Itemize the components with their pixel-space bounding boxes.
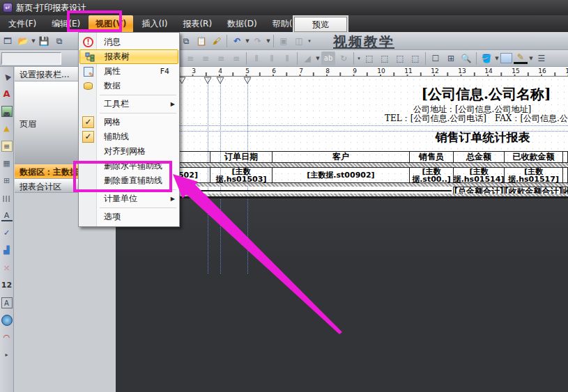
align-right-icon[interactable]: ≡: [214, 52, 228, 65]
header-cell-received[interactable]: 已收款金额: [504, 151, 563, 163]
header-cell-salesman[interactable]: 销售员: [409, 151, 454, 163]
header-cell-customer[interactable]: 客户: [272, 151, 410, 163]
format-painter-icon[interactable]: 🖌: [210, 34, 224, 48]
undo-icon[interactable]: ↶: [230, 34, 244, 48]
ruler-number: 10: [374, 68, 388, 75]
line-style-icon[interactable]: ☰: [535, 52, 548, 65]
crosstab-icon[interactable]: ⊞: [1, 175, 13, 187]
data-icon: [82, 80, 94, 92]
curve-icon[interactable]: ⤬: [1, 262, 13, 274]
font-color-dropdown-icon[interactable]: ▼: [315, 56, 321, 61]
redo-icon[interactable]: ↷: [251, 34, 265, 48]
group-icon[interactable]: ▣: [277, 34, 291, 48]
data-cell[interactable]: [主数据.hs01517]: [504, 167, 563, 183]
shape-icon[interactable]: ▲: [1, 123, 13, 134]
gauge-icon[interactable]: ◠: [1, 332, 13, 343]
textbox-icon[interactable]: A: [1, 297, 13, 308]
border-none-icon[interactable]: ⬚: [362, 52, 376, 65]
subreport-icon[interactable]: ≡: [1, 141, 13, 152]
menu-item-snap-to-grid[interactable]: 对齐到网格: [79, 144, 179, 159]
menu-item-options[interactable]: 选项: [79, 210, 179, 224]
menu-item-report-tree[interactable]: 报表树: [79, 49, 178, 64]
fill-color-icon[interactable]: 🪣: [479, 52, 493, 65]
barcode-icon[interactable]: |||: [1, 193, 13, 204]
menu-item-guides[interactable]: ✓ 辅助线: [79, 130, 179, 144]
align-left-icon[interactable]: ≡: [183, 52, 197, 65]
toolbar-overflow-icon[interactable]: ▾: [307, 38, 312, 44]
border-all-icon[interactable]: ⊞: [444, 52, 458, 65]
menu-file[interactable]: 文件(F): [1, 15, 43, 33]
fill-color-dropdown-icon[interactable]: ▼: [494, 56, 500, 61]
message-icon: !: [82, 36, 94, 48]
company-tel-fax-field[interactable]: TEL：[公司信息.公司电话] FAX：[公司信息.公司: [385, 113, 568, 125]
header-cell-clipped[interactable]: [562, 151, 568, 163]
label-icon[interactable]: A: [1, 88, 13, 100]
new-report-icon[interactable]: 🗔: [1, 34, 15, 48]
video-tutorial-link[interactable]: 视频教学: [333, 33, 394, 52]
save-icon[interactable]: 💾: [37, 34, 51, 48]
open-dropdown-icon[interactable]: ▼: [31, 38, 36, 44]
data-cell[interactable]: [562, 167, 568, 183]
chart-icon[interactable]: ▟: [1, 245, 13, 256]
menu-data[interactable]: 数据(D): [220, 15, 264, 33]
menu-item-toolbars[interactable]: 工具栏 ▶: [79, 97, 179, 111]
duplicate-icon[interactable]: ⧉: [52, 34, 66, 48]
menu-insert[interactable]: 插入(I): [135, 15, 174, 33]
copy-icon[interactable]: ⧉: [179, 34, 193, 48]
pointer-icon[interactable]: ▲: [0, 69, 15, 85]
web-icon[interactable]: [1, 315, 13, 326]
company-name-field[interactable]: [公司信息.公司名称]: [404, 85, 568, 104]
justify-icon[interactable]: ≡: [229, 52, 243, 65]
border-preview-icon[interactable]: 🔍: [459, 52, 473, 65]
style-combo[interactable]: [1, 52, 61, 65]
data-cell[interactable]: [主数据.hs01503]: [210, 167, 273, 183]
menu-item-data[interactable]: 数据: [79, 79, 179, 93]
paste-icon[interactable]: 📋: [194, 34, 208, 48]
border-outer-icon[interactable]: ☐: [429, 52, 443, 65]
checked-checkbox-icon: ✓: [82, 116, 94, 128]
ab-text-icon[interactable]: ab: [321, 52, 335, 65]
ruler-number: 3: [187, 68, 201, 75]
data-cell[interactable]: [主数据.hs01514]: [453, 167, 505, 183]
header-cell-total[interactable]: 总金额: [453, 151, 505, 163]
report-tree-icon: [84, 51, 95, 63]
table-icon[interactable]: ▦: [1, 158, 13, 169]
undo-dropdown-icon[interactable]: ▼: [245, 38, 250, 44]
menu-report[interactable]: 报表(R): [176, 15, 219, 33]
view-menu-dropdown: ! 消息 报表树 属性 F4 数据 工具栏 ▶ ✓ 网格 ✓ 辅助线 对齐到网格…: [78, 32, 180, 227]
menu-item-messages[interactable]: ! 消息: [79, 35, 179, 49]
preview-button[interactable]: 预览: [294, 17, 347, 32]
ungroup-icon[interactable]: ◫: [292, 34, 306, 48]
data-cell[interactable]: [主数据.st00902]: [272, 167, 410, 183]
checkbox-icon[interactable]: ✓: [1, 228, 13, 239]
number-icon[interactable]: 12: [1, 280, 13, 291]
richtext-icon[interactable]: A: [1, 210, 13, 221]
menu-item-grid[interactable]: ✓ 网格: [79, 115, 179, 130]
border-bottom-icon[interactable]: ⬚: [378, 52, 392, 65]
shortcut-f4: F4: [160, 67, 179, 76]
ruler-number: 4: [213, 68, 227, 75]
menu-item-properties[interactable]: 属性 F4: [79, 64, 179, 79]
data-cell[interactable]: [主数据.st00..]: [409, 167, 454, 183]
image-icon[interactable]: ◛: [1, 106, 13, 117]
redo-dropdown-icon[interactable]: ▼: [266, 38, 271, 44]
font-color-icon[interactable]: ◢: [300, 52, 314, 65]
distribute-left-icon[interactable]: ⫴: [250, 52, 263, 65]
shape-fill-icon[interactable]: [500, 53, 512, 63]
border-top-icon[interactable]: ⬚: [393, 52, 407, 65]
horizontal-guide[interactable]: [116, 125, 568, 126]
report-page[interactable]: [公司信息.公司名称] 公司地址：[公司信息.公司地址] TEL：[公司信息.公…: [116, 77, 568, 198]
section-dropdown-icon[interactable]: ▾: [356, 56, 362, 61]
distribute-center-icon[interactable]: ⫴: [265, 52, 279, 65]
rotate-icon[interactable]: ↻: [337, 52, 351, 65]
line-color-icon[interactable]: ✎: [514, 52, 528, 64]
more-tools-icon[interactable]: ▸: [1, 350, 13, 361]
align-center-icon[interactable]: ≡: [199, 52, 213, 65]
border-inner-icon[interactable]: ⬚: [408, 52, 422, 65]
open-icon[interactable]: 📂: [16, 34, 30, 48]
distribute-right-icon[interactable]: ⫴: [280, 52, 294, 65]
line-color-dropdown-icon[interactable]: ▼: [528, 56, 534, 61]
report-title-field[interactable]: 销售订单统计报表: [397, 130, 568, 146]
menu-item-measurement-unit[interactable]: 计量单位 ▶: [79, 191, 179, 206]
header-cell-date[interactable]: 订单日期: [210, 151, 273, 163]
